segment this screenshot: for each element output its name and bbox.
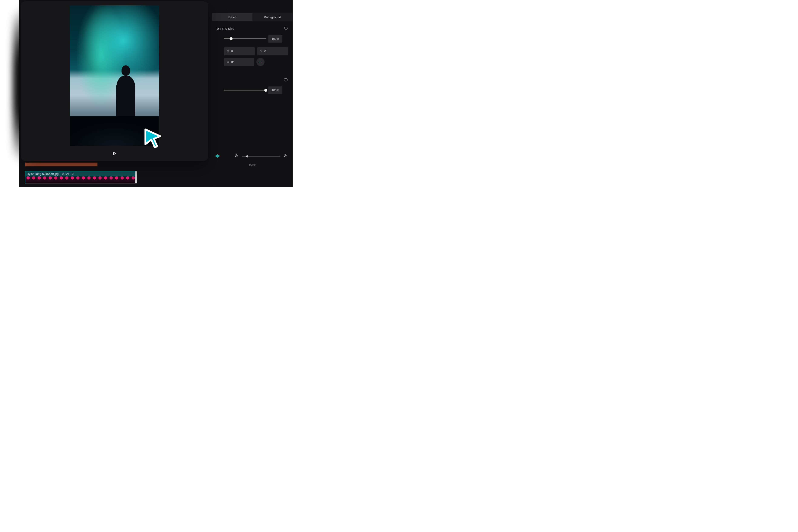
inspector-tabs: Basic Background: [212, 13, 292, 21]
rotation-options-icon: [258, 61, 263, 63]
opacity-slider[interactable]: [224, 87, 266, 93]
position-x-input[interactable]: X 0: [224, 47, 255, 55]
position-y-value: 0: [264, 50, 266, 53]
reset-icon: [284, 26, 288, 30]
svg-rect-4: [217, 154, 218, 158]
svg-rect-2: [215, 155, 217, 157]
app-window: Basic Background on and size: [19, 0, 292, 187]
reset-icon: [284, 78, 288, 82]
zoom-in-icon: [284, 154, 287, 158]
inspector-footer: [212, 151, 292, 162]
cursor-icon: [144, 128, 163, 149]
position-y-input[interactable]: Y 0: [257, 47, 288, 55]
rotation-x-value: 0°: [231, 60, 234, 64]
zoom-in-button[interactable]: [284, 154, 287, 159]
timeline-track-secondary[interactable]: [25, 163, 97, 166]
reset-position-button[interactable]: [284, 26, 288, 31]
svg-line-6: [237, 156, 238, 157]
tab-basic[interactable]: Basic: [212, 13, 252, 21]
clip-filename: kylar-kang-6045659.jpg: [27, 172, 58, 175]
opacity-value[interactable]: 100%: [268, 87, 282, 94]
tab-background[interactable]: Background: [252, 13, 292, 21]
inspector-panel: Basic Background on and size: [212, 13, 292, 162]
timeline-clip[interactable]: kylar-kang-6045659.jpg 00:21:19: [25, 171, 136, 184]
svg-rect-0: [259, 62, 261, 62]
snap-icon: [215, 154, 220, 158]
snap-toggle[interactable]: [215, 154, 220, 159]
axis-label-x: X: [227, 50, 229, 53]
svg-rect-1: [262, 62, 262, 62]
play-button[interactable]: [111, 150, 118, 157]
svg-line-9: [286, 156, 287, 157]
reset-opacity-button[interactable]: [284, 78, 288, 82]
ruler-mark-label: 00:40: [249, 164, 255, 166]
zoom-out-button[interactable]: [235, 154, 239, 159]
clip-trim-handle[interactable]: [135, 171, 137, 184]
clip-thumbnails: [25, 176, 136, 184]
scale-slider[interactable]: [224, 36, 266, 42]
timeline-ruler[interactable]: 00:40: [212, 162, 292, 168]
svg-rect-3: [218, 155, 220, 157]
preview-card: [21, 1, 208, 161]
section-position-size-title: on and size: [217, 27, 234, 31]
axis-label-y: Y: [260, 50, 262, 53]
cursor-overlay: [144, 128, 163, 150]
clip-duration: 00:21:19: [62, 172, 74, 175]
zoom-slider[interactable]: [242, 156, 280, 157]
rotation-options-button[interactable]: [256, 58, 265, 66]
scale-value[interactable]: 100%: [268, 35, 282, 42]
axis-label-rotx: X: [227, 60, 229, 64]
timeline: kylar-kang-6045659.jpg 00:21:19: [25, 163, 157, 184]
zoom-out-icon: [235, 154, 239, 158]
preview-canvas[interactable]: [70, 5, 159, 146]
play-icon: [112, 151, 117, 155]
rotation-x-input[interactable]: X 0°: [224, 58, 254, 66]
position-x-value: 0: [231, 50, 233, 53]
